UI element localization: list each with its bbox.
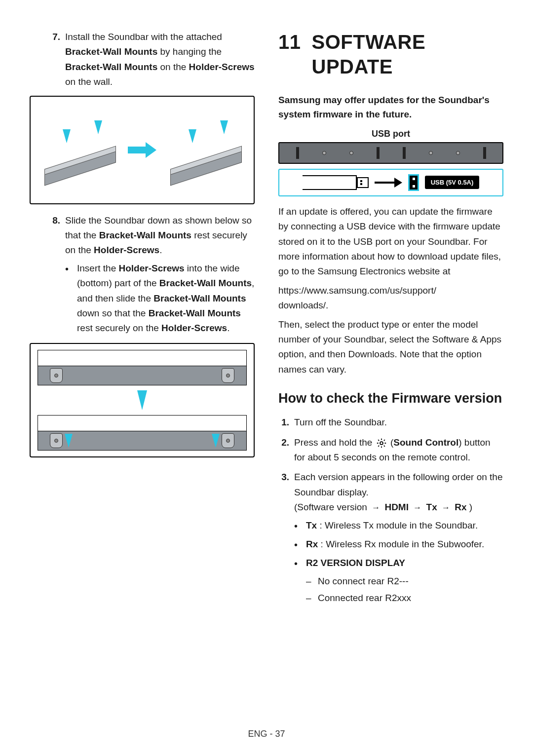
- arrow-down-icon: [212, 434, 220, 448]
- usb-port-label: USB port: [278, 129, 503, 139]
- arrow-right-icon: [128, 142, 156, 158]
- update-paragraph-1: If an update is offered, you can update …: [278, 204, 503, 279]
- arrow-down-icon: [220, 120, 228, 134]
- update-url-line1: https://www.samsung.com/us/support/: [278, 283, 503, 298]
- bracket-clip-icon: [50, 433, 63, 448]
- figure-slide-down: [30, 343, 255, 457]
- bracket-clip-icon: [222, 368, 234, 383]
- figure-install-bracket: [30, 96, 255, 204]
- dash-icon: [306, 591, 313, 605]
- subsection-heading: How to check the Firmware version: [278, 390, 503, 407]
- step-7-text: Install the Soundbar with the attached B…: [65, 30, 255, 90]
- page-footer: ENG - 37: [0, 729, 533, 739]
- fw-step-3-text: Each version appears in the following or…: [294, 470, 503, 605]
- fw-step-3-number: 3.: [278, 470, 289, 605]
- fw-step-2: 2. Press and hold the (Sound Control) bu…: [278, 435, 503, 465]
- section-lead: Samsung may offer updates for the Soundb…: [278, 93, 503, 122]
- sound-control-icon: [376, 438, 387, 449]
- bullet-icon: [294, 537, 301, 553]
- bullet-r2: R2 VERSION DISPLAY: [294, 556, 503, 571]
- arrow-right-glyph: →: [413, 501, 421, 514]
- section-number: 11: [278, 30, 301, 79]
- section-title: SOFTWARE UPDATE: [312, 30, 504, 79]
- arrow-right-glyph: →: [372, 501, 380, 514]
- soundbar-isometric-right: [163, 118, 247, 182]
- figure-usb-update: USB port USB (5V 0.5A): [278, 129, 503, 196]
- bracket-clip-icon: [50, 368, 63, 383]
- soundbar-rear-panel: [278, 142, 503, 164]
- step-7: 7. Install the Soundbar with the attache…: [49, 30, 255, 90]
- dash-r2-connected: Connected rear R2xxx: [294, 591, 503, 605]
- left-column: 7. Install the Soundbar with the attache…: [30, 30, 255, 611]
- fw-step-2-text: Press and hold the (Sound Control) butto…: [294, 435, 503, 465]
- bullet-icon: [294, 556, 301, 571]
- usb-stick-icon: [303, 175, 369, 190]
- step-7-number: 7.: [49, 30, 60, 90]
- soundbar-isometric-left: [38, 118, 121, 182]
- arrow-down-icon: [94, 120, 102, 134]
- mount-after: [38, 415, 247, 451]
- mount-before: [38, 350, 247, 385]
- usb-port-icon: [408, 174, 419, 191]
- dash-r2-noconnect: No connect rear R2---: [294, 574, 503, 589]
- arrow-down-icon: [65, 434, 73, 448]
- step-8-number: 8.: [49, 213, 60, 336]
- update-url-line2: downloads/.: [278, 298, 503, 313]
- fw-step-3: 3. Each version appears in the following…: [278, 470, 503, 605]
- step-8-text: Slide the Soundbar down as shown below s…: [65, 213, 255, 336]
- arrow-down-icon: [63, 129, 71, 143]
- dash-icon: [306, 574, 313, 589]
- bullet-rx: Rx : Wireless Rx module in the Subwoofer…: [294, 537, 503, 553]
- usb-connection-box: USB (5V 0.5A): [278, 169, 503, 196]
- step-8: 8. Slide the Soundbar down as shown belo…: [49, 213, 255, 336]
- right-column: 11 SOFTWARE UPDATE Samsung may offer upd…: [278, 30, 503, 611]
- arrow-right-glyph: →: [442, 501, 450, 514]
- update-paragraph-2: Then, select the product type or enter t…: [278, 317, 503, 378]
- arrow-down-icon: [189, 129, 196, 143]
- arrow-down-icon: [137, 390, 147, 410]
- fw-step-2-number: 2.: [278, 435, 289, 465]
- fw-step-1: 1. Turn off the Soundbar.: [278, 415, 503, 430]
- bracket-clip-icon: [222, 433, 234, 448]
- fw-step-1-text: Turn off the Soundbar.: [294, 415, 503, 430]
- section-heading: 11 SOFTWARE UPDATE: [278, 30, 503, 79]
- svg-point-0: [380, 442, 383, 445]
- step-8-sub-bullet: Insert the Holder-Screws into the wide (…: [65, 261, 255, 336]
- bullet-icon: [65, 261, 72, 336]
- fw-step-1-number: 1.: [278, 415, 289, 430]
- bullet-tx: Tx : Wireless Tx module in the Soundbar.: [294, 518, 503, 534]
- bullet-icon: [294, 518, 301, 534]
- arrow-right-icon: [375, 178, 402, 188]
- usb-spec-tag: USB (5V 0.5A): [425, 176, 480, 189]
